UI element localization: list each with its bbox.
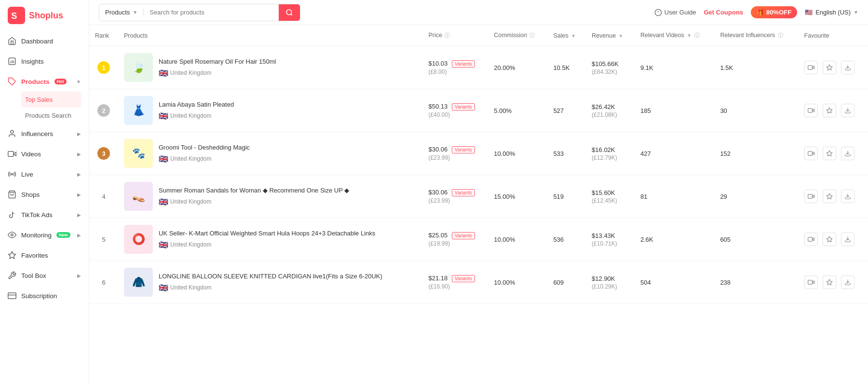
sidebar-item-toolbox[interactable]: Tool Box ▶ (0, 265, 89, 286)
search-button[interactable] (279, 4, 300, 21)
price-gbp: (£23.99) (428, 197, 482, 204)
sidebar-nav: Dashboard Insights Products Hot ▼ Top Sa… (0, 31, 89, 385)
video-action-icon[interactable] (804, 233, 818, 246)
sidebar-item-top-sales[interactable]: Top Sales (21, 92, 81, 108)
logo[interactable]: S Shoplus (0, 0, 89, 31)
sidebar-item-products-search[interactable]: Products Search (21, 108, 81, 124)
star-action-icon[interactable] (823, 61, 836, 74)
col-relevant-influencers: Relevant Influencers ⓘ (714, 25, 798, 46)
price-cell: $10.03 Variants (£8.00) (422, 46, 488, 89)
influencers-info-icon: ⓘ (778, 32, 783, 38)
variants-badge: Variants (452, 189, 475, 196)
product-cell: 🍃 Nature Spell Rosemary Oil For Hair 150… (118, 46, 422, 89)
price-usd: $50.13 (428, 103, 448, 110)
video-action-icon[interactable] (804, 275, 818, 289)
sidebar-item-live[interactable]: Live ▶ (0, 164, 89, 184)
col-products: Products (118, 25, 422, 46)
star-action-icon[interactable] (823, 275, 836, 289)
product-image: 🍃 (124, 53, 153, 82)
video-action-icon[interactable] (804, 104, 818, 117)
sidebar-item-videos[interactable]: Videos ▶ (0, 144, 89, 164)
col-price: Price ⓘ (422, 25, 488, 46)
revenue-usd: $15.60K (592, 189, 629, 196)
sidebar-item-influencers[interactable]: Influencers ▶ (0, 124, 89, 144)
download-action-icon[interactable] (841, 190, 854, 203)
col-revenue[interactable]: Revenue ▼ (586, 25, 635, 46)
sidebar-item-monitoring[interactable]: Monitoring New ▶ (0, 225, 89, 245)
sidebar-item-dashboard[interactable]: Dashboard (0, 31, 89, 51)
price-usd: $10.03 (428, 60, 448, 67)
star-action-icon[interactable] (823, 104, 836, 117)
language-selector[interactable]: 🇺🇸 English (US) ▼ (805, 9, 858, 16)
tag-icon (8, 77, 16, 86)
logo-text: Shoplus (29, 11, 63, 21)
star-action-icon[interactable] (823, 147, 836, 160)
download-action-icon[interactable] (841, 275, 854, 289)
sidebar-item-insights[interactable]: Insights (0, 51, 89, 71)
download-action-icon[interactable] (841, 61, 854, 74)
sales-cell: 533 (547, 132, 586, 175)
search-category-selector[interactable]: Products ▼ (99, 9, 144, 16)
product-image: 👡 (124, 182, 153, 211)
svg-point-4 (11, 130, 14, 133)
sidebar-item-subscription[interactable]: Subscription (0, 286, 89, 306)
promo-label: 80%OFF (766, 9, 791, 16)
svg-rect-31 (808, 194, 812, 198)
sidebar-item-shops[interactable]: Shops ▶ (0, 184, 89, 205)
product-info: Summer Roman Sandals for Woman ◆ Recomme… (159, 186, 417, 206)
sidebar-item-label: Dashboard (21, 38, 53, 45)
videos-info-icon: ⓘ (694, 32, 700, 38)
get-coupons-btn[interactable]: Get Coupons (704, 9, 744, 16)
chevron-icon: ▶ (77, 233, 81, 238)
video-action-icon[interactable] (804, 147, 818, 160)
sidebar-item-label: Subscription (21, 292, 57, 300)
search-input[interactable] (144, 9, 279, 16)
col-commission: Commission ⓘ (488, 25, 547, 46)
favourite-cell (799, 132, 868, 175)
action-icons (804, 190, 862, 203)
product-image: ⭕ (124, 225, 153, 254)
svg-marker-18 (812, 66, 814, 69)
sidebar-item-products[interactable]: Products Hot ▼ (0, 71, 89, 92)
price-gbp: (£8.00) (428, 69, 482, 75)
col-rank: Rank (89, 25, 118, 46)
variants-badge: Variants (452, 232, 475, 239)
sidebar-item-label: Videos (21, 151, 41, 158)
promo-button[interactable]: 🎁 80%OFF (751, 6, 797, 18)
commission-cell: 10.00% (488, 132, 547, 175)
product-name: Nature Spell Rosemary Oil For Hair 150ml (159, 57, 417, 66)
rank-number: 6 (102, 279, 105, 286)
sidebar-item-label: Insights (21, 58, 44, 65)
rank-cell: 2 (89, 89, 118, 132)
table-row: 4 👡 Summer Roman Sandals for Woman ◆ Rec… (89, 175, 868, 218)
col-sales[interactable]: Sales ▼ (547, 25, 586, 46)
svg-rect-19 (808, 66, 812, 69)
relevant-videos-cell: 9.1K (635, 46, 714, 89)
download-action-icon[interactable] (841, 104, 854, 117)
video-action-icon[interactable] (804, 190, 818, 203)
user-guide-btn[interactable]: User Guide (654, 9, 696, 16)
home-icon (8, 37, 16, 45)
svg-rect-39 (808, 280, 812, 284)
search-box: Products ▼ (99, 4, 300, 21)
col-relevant-videos: Relevant Videos ▼ ⓘ (635, 25, 714, 46)
star-action-icon[interactable] (823, 233, 836, 246)
video-action-icon[interactable] (804, 61, 818, 74)
product-name: Lamia Abaya Satin Pleated (159, 100, 417, 109)
price-usd: $25.05 (428, 232, 448, 239)
price-gbp: (£19.99) (428, 240, 482, 247)
revenue-gbp: (£21.08K) (592, 111, 629, 118)
product-cell: 🧥 LONGLINE BALLOON SLEEVE KNITTED CARDIG… (118, 261, 422, 304)
country-row: 🇬🇧 United Kingdom (159, 154, 417, 164)
download-action-icon[interactable] (841, 147, 854, 160)
sidebar-item-tiktok-ads[interactable]: TikTok Ads ▶ (0, 205, 89, 225)
sidebar-item-favorites[interactable]: Favorites (0, 245, 89, 265)
country-row: 🇬🇧 United Kingdom (159, 69, 417, 78)
product-info: Nature Spell Rosemary Oil For Hair 150ml… (159, 57, 417, 77)
price-gbp: (£40.00) (428, 111, 482, 118)
star-action-icon[interactable] (823, 190, 836, 203)
price-cell: $50.13 Variants (£40.00) (422, 89, 488, 132)
action-icons (804, 104, 862, 117)
download-action-icon[interactable] (841, 233, 854, 246)
credit-card-icon (8, 291, 16, 300)
